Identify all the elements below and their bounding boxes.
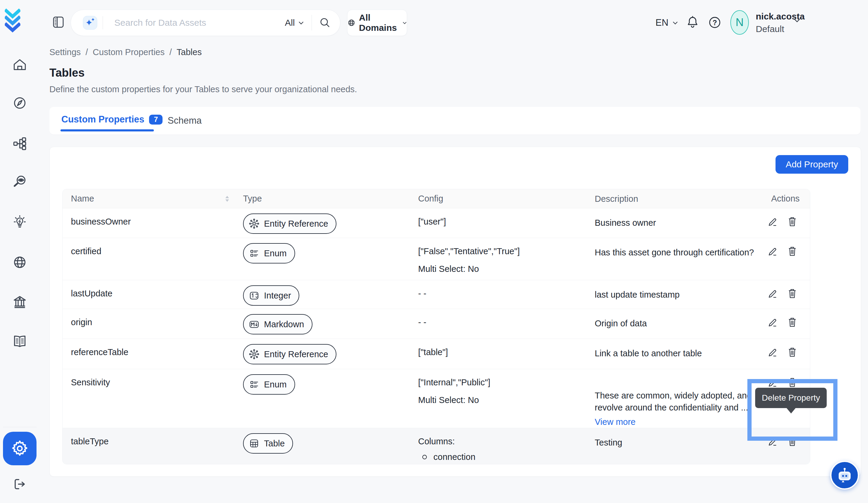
edit-icon[interactable] xyxy=(767,347,778,369)
property-type-cell: Enum xyxy=(237,238,412,280)
search-icon[interactable] xyxy=(319,17,331,29)
gear-icon xyxy=(10,439,29,458)
logout-icon[interactable] xyxy=(12,477,27,491)
property-type-cell: Markdown xyxy=(237,309,412,339)
table-row: referenceTable Entity Reference xyxy=(63,339,810,369)
left-sidebar xyxy=(0,0,40,503)
global-search-bar[interactable]: ✦✦ Search for Data Assets All xyxy=(71,10,340,36)
observability-icon[interactable] xyxy=(12,175,27,189)
delete-icon[interactable] xyxy=(787,246,797,280)
tab-count-badge: 7 xyxy=(149,115,163,125)
property-description: Has this asset gone through certificatio… xyxy=(589,238,761,280)
chevron-down-icon xyxy=(403,21,407,24)
active-tab-underline xyxy=(61,129,154,132)
search-scope-dropdown[interactable]: All xyxy=(285,18,304,28)
config-columns-title: Columns: xyxy=(418,437,583,446)
delete-icon[interactable] xyxy=(787,216,797,238)
property-name: Sensitivity xyxy=(63,369,237,428)
enum-icon xyxy=(248,248,260,259)
edit-icon[interactable] xyxy=(767,317,778,339)
delete-icon[interactable] xyxy=(787,288,797,309)
tab-schema[interactable]: Schema xyxy=(168,115,202,126)
user-team: Default xyxy=(756,24,784,34)
ai-sparkles-icon[interactable]: ✦✦ xyxy=(83,16,97,30)
integer-icon xyxy=(248,290,260,301)
column-header-name[interactable]: Name xyxy=(63,194,237,204)
app-root: ✦✦ Search for Data Assets All All Domain… xyxy=(0,0,868,503)
type-pill: Table xyxy=(243,433,293,454)
property-config: Columns: connection type xyxy=(412,428,589,464)
property-type-cell: Enum xyxy=(237,369,412,428)
sidebar-toggle-icon[interactable] xyxy=(53,16,64,28)
search-input[interactable]: Search for Data Assets xyxy=(114,18,285,28)
multi-select-flag: Multi Select: No xyxy=(418,395,583,405)
add-property-button[interactable]: Add Property xyxy=(775,155,848,174)
property-type-cell: Table xyxy=(237,428,412,464)
property-config: ["False","Tentative","True"] Multi Selec… xyxy=(412,238,589,280)
config-columns-list: connection type xyxy=(418,451,583,464)
property-description: last update timestamp xyxy=(589,280,761,309)
insights-bulb-icon[interactable] xyxy=(12,215,27,229)
all-domains-label: All Domains xyxy=(359,12,399,33)
edit-icon[interactable] xyxy=(767,246,778,280)
sort-icon[interactable] xyxy=(225,196,229,202)
property-name: referenceTable xyxy=(63,339,237,369)
property-config: ["table"] xyxy=(412,339,589,369)
robot-icon xyxy=(835,465,854,485)
notifications-bell-icon[interactable] xyxy=(686,16,699,29)
table-row: businessOwner Entity Reference xyxy=(63,208,810,238)
property-description: These are common, widely adopted, and re… xyxy=(589,369,761,428)
property-description: Business owner xyxy=(589,208,761,238)
table-header-row: Name Type Config Description Actions xyxy=(63,189,810,208)
tab-custom-properties[interactable]: Custom Properties 7 xyxy=(61,114,163,125)
glossary-book-icon[interactable] xyxy=(12,334,27,349)
user-menu-chevron-icon[interactable] xyxy=(794,19,800,22)
explore-compass-icon[interactable] xyxy=(12,96,27,110)
home-icon[interactable] xyxy=(12,58,27,72)
column-header-type: Type xyxy=(237,194,412,204)
type-pill: Markdown xyxy=(243,314,312,335)
custom-properties-card: Add Property Name Type Config Descriptio… xyxy=(49,147,861,477)
markdown-icon xyxy=(248,319,260,330)
all-domains-dropdown[interactable]: All Domains xyxy=(347,10,407,36)
property-name: tableType xyxy=(63,428,237,464)
property-actions xyxy=(761,309,810,339)
property-description: Origin of data xyxy=(589,309,761,339)
chat-bot-button[interactable] xyxy=(830,461,859,490)
property-config: ["user"] xyxy=(412,208,589,238)
table-type-icon xyxy=(248,438,260,449)
multi-select-flag: Multi Select: No xyxy=(418,264,583,274)
app-logo[interactable] xyxy=(5,8,20,33)
property-config: ["Internal","Public"] Multi Select: No xyxy=(412,369,589,428)
property-description: Link a table to another table xyxy=(589,339,761,369)
edit-icon[interactable] xyxy=(767,216,778,238)
user-avatar[interactable]: N xyxy=(730,10,749,35)
breadcrumb-custom-properties[interactable]: Custom Properties xyxy=(93,47,165,57)
column-header-config: Config xyxy=(412,194,589,204)
table-row: certified Enum ["False","Tentative","Tru… xyxy=(63,238,810,280)
table-row: tableType Table Columns: connection ty xyxy=(63,428,810,464)
chevron-down-icon xyxy=(673,21,678,24)
bullet-icon xyxy=(422,455,427,459)
help-icon[interactable]: ? xyxy=(708,16,721,29)
chevron-down-icon xyxy=(298,21,304,24)
sidebar-item-settings[interactable] xyxy=(3,432,37,465)
entity-reference-icon xyxy=(248,349,260,360)
property-name: certified xyxy=(63,238,237,280)
delete-icon[interactable] xyxy=(787,347,797,369)
type-pill: Entity Reference xyxy=(243,344,337,365)
edit-icon[interactable] xyxy=(767,288,778,309)
breadcrumb-settings[interactable]: Settings xyxy=(49,47,81,57)
property-actions xyxy=(761,208,810,238)
delete-icon[interactable] xyxy=(787,317,797,339)
lineage-icon[interactable] xyxy=(12,136,27,151)
property-config: - - xyxy=(412,280,589,309)
language-dropdown[interactable]: EN xyxy=(655,17,678,28)
page-subtitle: Define the custom properties for your Ta… xyxy=(49,84,357,94)
table-row: Sensitivity Enum ["Internal","Public"] M… xyxy=(63,369,810,428)
domains-globe-icon[interactable] xyxy=(12,255,27,269)
governance-bank-icon[interactable] xyxy=(12,295,27,309)
property-name: lastUpdate xyxy=(63,280,237,309)
avatar-initial: N xyxy=(736,16,744,29)
view-more-link[interactable]: View more xyxy=(595,416,636,428)
